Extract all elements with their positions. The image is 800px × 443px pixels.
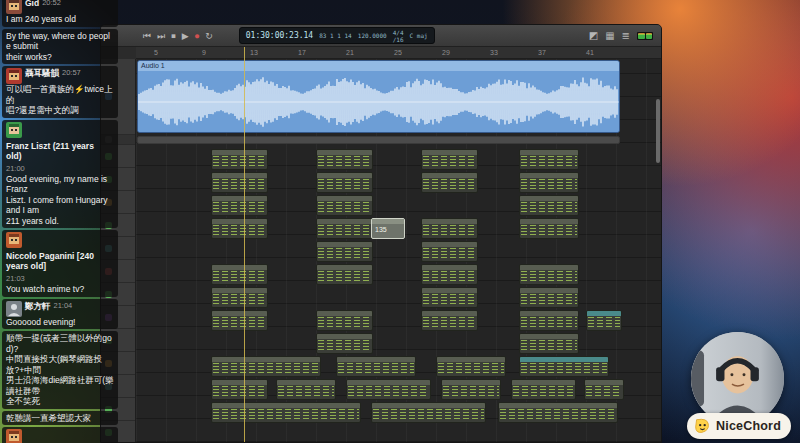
midi-region[interactable] (519, 149, 579, 170)
midi-note-lines (443, 386, 499, 398)
midi-region[interactable] (421, 241, 478, 262)
midi-note-lines (423, 317, 476, 329)
avatar (6, 0, 22, 14)
arrange-area[interactable]: Audio 1 135 (136, 59, 661, 442)
midi-region-header (317, 219, 372, 224)
chat-text: 全不笑死 (6, 396, 114, 407)
channel-name: NiceChord (716, 419, 781, 433)
stop-button[interactable]: ⏹ (171, 26, 176, 46)
midi-region-header (520, 173, 578, 178)
midi-region[interactable] (211, 195, 268, 216)
midi-region[interactable] (346, 379, 431, 400)
midi-region[interactable] (211, 172, 268, 193)
midi-region[interactable] (316, 172, 373, 193)
midi-region[interactable] (519, 287, 579, 308)
midi-region[interactable] (519, 333, 579, 354)
midi-region[interactable] (498, 402, 618, 423)
midi-region[interactable] (316, 310, 373, 331)
midi-region[interactable] (519, 218, 579, 239)
chat-text: Good evening, my name is Franz (6, 174, 114, 195)
midi-region[interactable] (316, 333, 373, 354)
midi-region[interactable] (211, 402, 361, 423)
midi-region[interactable] (519, 264, 579, 285)
midi-region[interactable] (584, 379, 624, 400)
ruler-bar-number: 5 (154, 49, 158, 56)
timeline-ruler[interactable]: 591317212529333741 (136, 47, 661, 59)
midi-region[interactable] (421, 218, 478, 239)
library-icon[interactable]: ◩ (589, 26, 598, 46)
mixer-icon[interactable]: ▦ (605, 26, 614, 46)
midi-region[interactable]: 135 (371, 218, 405, 239)
midi-region[interactable] (519, 310, 579, 331)
midi-region-header (499, 403, 617, 408)
midi-region[interactable] (511, 379, 576, 400)
midi-region[interactable] (421, 172, 478, 193)
record-button[interactable]: ⏺ (195, 26, 200, 46)
chat-username[interactable]: Niccolo Paganini [240 years old] (6, 251, 98, 271)
chat-timestamp: 21:03 (6, 274, 25, 284)
midi-region[interactable] (436, 356, 506, 377)
lcd-key: C maj (410, 32, 428, 39)
midi-region[interactable] (316, 149, 373, 170)
avatar (6, 232, 22, 248)
avatar (6, 301, 22, 317)
forward-button[interactable]: ⏭ (157, 26, 165, 46)
midi-region[interactable] (211, 356, 321, 377)
avatar (6, 68, 22, 84)
midi-region[interactable] (371, 402, 486, 423)
midi-region[interactable] (519, 172, 579, 193)
midi-region-header (317, 173, 372, 178)
rewind-button[interactable]: ⏮ (143, 26, 151, 46)
midi-region[interactable] (421, 264, 478, 285)
chat-username[interactable]: 聶耳騷韻 (25, 68, 59, 78)
midi-region[interactable] (316, 195, 373, 216)
midi-note-lines (338, 363, 414, 375)
midi-region[interactable] (421, 310, 478, 331)
midi-region[interactable] (316, 264, 373, 285)
midi-region[interactable] (316, 218, 373, 239)
chat-text: 唱?還是需中文的調 (6, 105, 114, 116)
folded-lane-region[interactable] (137, 136, 620, 144)
chat-text: 順帶一提(或者三體以外的god)? (6, 333, 114, 354)
cycle-button[interactable]: ↻ (205, 26, 213, 46)
midi-region[interactable] (421, 287, 478, 308)
midi-region-header (520, 265, 578, 270)
chat-username[interactable]: 鄭方軒 (25, 301, 51, 311)
midi-region-header (212, 196, 267, 201)
list-editors-icon[interactable]: ≣ (622, 26, 630, 46)
midi-note-lines (521, 271, 577, 283)
midi-note-lines (586, 386, 622, 398)
midi-region[interactable] (519, 195, 579, 216)
midi-region[interactable] (519, 356, 609, 377)
midi-region[interactable] (211, 218, 268, 239)
midi-region-header (520, 219, 578, 224)
chat-message-header: Niccolo Paganini [240 years old]21:06 (6, 429, 114, 443)
midi-region[interactable] (211, 149, 268, 170)
midi-region-header (520, 150, 578, 155)
audio-region[interactable]: Audio 1 (137, 60, 620, 133)
midi-note-lines (500, 409, 616, 421)
midi-region[interactable] (276, 379, 336, 400)
vertical-scrollbar[interactable] (656, 99, 660, 163)
midi-region[interactable] (211, 310, 268, 331)
midi-note-lines (213, 202, 266, 214)
midi-region-label: 135 (375, 226, 387, 233)
midi-region[interactable] (211, 287, 268, 308)
waveform-graphic (138, 71, 619, 132)
midi-region[interactable] (441, 379, 501, 400)
chat-username[interactable]: Franz Liszt (211 years old) (6, 141, 98, 161)
midi-region-header (422, 219, 477, 224)
chat-username[interactable]: Gid (25, 0, 39, 8)
playhead[interactable] (244, 47, 245, 442)
midi-region[interactable] (336, 356, 416, 377)
play-button[interactable]: ▶ (182, 26, 189, 46)
midi-region[interactable] (586, 310, 622, 331)
lcd-display[interactable]: 01:30:00:23.14 83 1 1 14 120.0000 4/4/16… (239, 27, 435, 44)
midi-note-lines (318, 202, 371, 214)
midi-note-lines (213, 179, 266, 191)
midi-region[interactable] (316, 241, 373, 262)
midi-region[interactable] (421, 149, 478, 170)
midi-region[interactable] (211, 264, 268, 285)
channel-badge[interactable]: NiceChord (687, 413, 791, 439)
midi-region[interactable] (211, 379, 268, 400)
